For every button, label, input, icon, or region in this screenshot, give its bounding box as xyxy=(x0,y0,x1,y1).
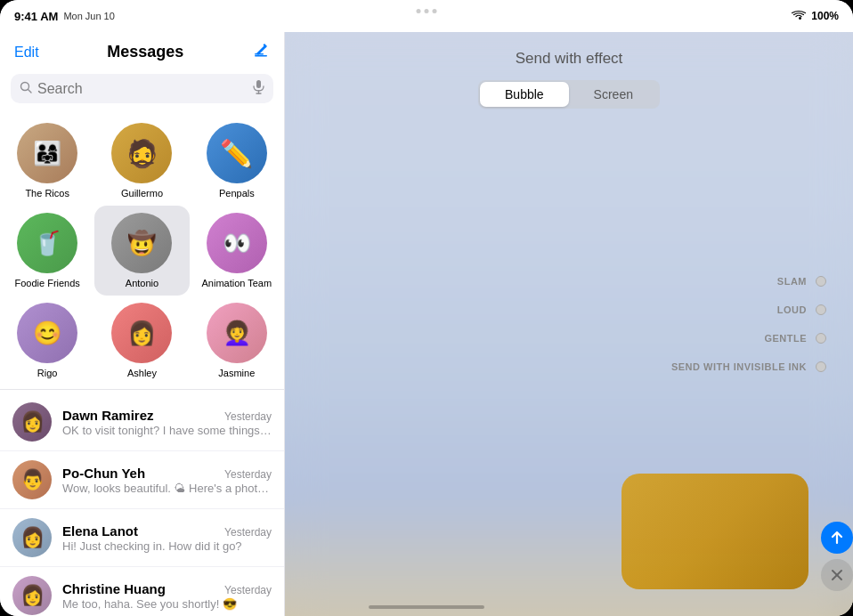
message-item-dawn[interactable]: 👩 Dawn Ramirez Yesterday OK to visit ton… xyxy=(0,393,284,451)
dot-2 xyxy=(425,9,429,13)
edit-button[interactable]: Edit xyxy=(14,45,39,61)
pinned-label-foodie: Foodie Friends xyxy=(14,278,79,288)
effect-name-invisible: SEND WITH INVISIBLE INK xyxy=(671,361,807,372)
sidebar: Edit Messages xyxy=(0,32,285,616)
search-input[interactable] xyxy=(37,81,248,97)
pinned-contacts-grid: 👨‍👩‍👧 The Ricos 🧔 Guillermo ✏️ Penpals xyxy=(0,112,284,385)
msg-name-pochun: Po-Chun Yeh xyxy=(62,466,145,481)
avatar-animation: 👀 xyxy=(207,213,267,273)
svg-line-3 xyxy=(28,90,32,93)
pinned-label-ricos: The Ricos xyxy=(25,188,69,199)
msg-top-pochun: Po-Chun Yeh Yesterday xyxy=(62,466,272,481)
avatar-penpals: ✏️ xyxy=(207,123,267,183)
message-bubble-preview xyxy=(621,474,808,589)
pinned-label-guillermo: Guillermo xyxy=(121,188,163,199)
pinned-item-antonio[interactable]: 🤠 Antonio xyxy=(94,206,189,296)
svg-rect-4 xyxy=(256,80,261,88)
main-layout: Edit Messages xyxy=(0,32,853,616)
divider-1 xyxy=(0,389,284,390)
pinned-item-animation[interactable]: 👀 Animation Team xyxy=(190,206,284,296)
avatar-foodie: 🥤 xyxy=(17,213,77,273)
svg-rect-1 xyxy=(255,55,267,57)
search-icon xyxy=(20,81,32,96)
sidebar-header: Edit Messages xyxy=(0,32,284,69)
avatar-elena: 👩 xyxy=(12,518,52,557)
device-frame: 9:41 AM Mon Jun 10 100% E xyxy=(0,0,853,616)
pinned-item-guillermo[interactable]: 🧔 Guillermo xyxy=(94,116,189,206)
wifi-icon xyxy=(792,9,806,23)
msg-content-christine: Christine Huang Yesterday Me too, haha. … xyxy=(62,581,272,611)
top-dots xyxy=(417,9,437,13)
msg-time-elena: Yesterday xyxy=(224,526,272,539)
pinned-label-jasmine: Jasmine xyxy=(218,368,255,378)
pinned-item-foodie[interactable]: 🥤 Foodie Friends xyxy=(0,206,94,296)
preview-area xyxy=(621,474,853,616)
avatar-antonio: 🤠 xyxy=(111,213,172,273)
effect-dot-invisible xyxy=(816,361,826,372)
message-item-christine[interactable]: 👩 Christine Huang Yesterday Me too, haha… xyxy=(0,567,284,616)
avatar-ashley: 👩 xyxy=(111,303,172,363)
avatar-ricos: 👨‍👩‍👧 xyxy=(17,123,77,183)
mic-icon xyxy=(253,80,264,97)
pinned-label-antonio: Antonio xyxy=(126,278,158,288)
effect-dot-slam xyxy=(816,276,826,287)
send-with-effect-title: Send with effect xyxy=(516,50,623,68)
avatar-jasmine: 👩‍🦱 xyxy=(207,303,267,363)
pinned-label-ashley: Ashley xyxy=(127,368,157,378)
pinned-item-jasmine[interactable]: 👩‍🦱 Jasmine xyxy=(190,296,284,385)
msg-name-dawn: Dawn Ramirez xyxy=(62,408,154,423)
pinned-item-penpals[interactable]: ✏️ Penpals xyxy=(190,116,284,206)
msg-preview-christine: Me too, haha. See you shortly! 😎 xyxy=(62,597,272,611)
tab-bubble[interactable]: Bubble xyxy=(480,82,569,107)
right-panel: Send with effect Bubble Screen SLAM LOUD… xyxy=(285,32,853,616)
effect-name-loud: LOUD xyxy=(777,304,807,315)
msg-time-christine: Yesterday xyxy=(224,584,272,596)
msg-preview-elena: Hi! Just checking in. How did it go? xyxy=(62,539,272,553)
send-button[interactable] xyxy=(821,522,853,554)
msg-time-dawn: Yesterday xyxy=(224,410,272,423)
msg-top-dawn: Dawn Ramirez Yesterday xyxy=(62,408,272,423)
status-bar: 9:41 AM Mon Jun 10 100% xyxy=(0,0,853,32)
msg-name-elena: Elena Lanot xyxy=(62,523,138,539)
effect-item-invisible[interactable]: SEND WITH INVISIBLE INK xyxy=(671,361,826,372)
effects-list: SLAM LOUD GENTLE SEND WITH INVISIBLE INK xyxy=(671,276,826,372)
avatar-rigo: 😊 xyxy=(17,303,77,363)
tab-screen[interactable]: Screen xyxy=(569,82,658,107)
msg-preview-pochun: Wow, looks beautiful. 🌤 Here's a photo o… xyxy=(62,482,272,495)
avatar-guillermo: 🧔 xyxy=(111,123,172,183)
effect-name-gentle: GENTLE xyxy=(764,333,807,344)
avatar-pochun: 👨 xyxy=(12,460,52,499)
pinned-label-rigo: Rigo xyxy=(37,368,58,378)
message-item-pochun[interactable]: 👨 Po-Chun Yeh Yesterday Wow, looks beaut… xyxy=(0,451,284,509)
effect-item-gentle[interactable]: GENTLE xyxy=(764,333,826,344)
pinned-item-rigo[interactable]: 😊 Rigo xyxy=(0,296,94,385)
msg-content-dawn: Dawn Ramirez Yesterday OK to visit tonig… xyxy=(62,408,272,437)
search-bar[interactable] xyxy=(11,74,273,103)
pinned-item-ricos[interactable]: 👨‍👩‍👧 The Ricos xyxy=(0,116,94,206)
effect-item-loud[interactable]: LOUD xyxy=(777,304,826,315)
close-button[interactable] xyxy=(821,559,853,591)
effect-header: Send with effect Bubble Screen xyxy=(285,50,853,109)
avatar-dawn: 👩 xyxy=(12,402,52,442)
pinned-label-penpals: Penpals xyxy=(219,188,255,199)
msg-top-elena: Elena Lanot Yesterday xyxy=(62,523,272,539)
effect-name-slam: SLAM xyxy=(777,276,807,287)
pinned-item-ashley[interactable]: 👩 Ashley xyxy=(94,296,189,385)
pinned-label-animation: Animation Team xyxy=(201,278,272,288)
msg-top-christine: Christine Huang Yesterday xyxy=(62,581,272,596)
message-item-elena[interactable]: 👩 Elena Lanot Yesterday Hi! Just checkin… xyxy=(0,509,284,567)
message-list: 👩 Dawn Ramirez Yesterday OK to visit ton… xyxy=(0,393,284,616)
status-date: Mon Jun 10 xyxy=(63,11,114,21)
status-left: 9:41 AM Mon Jun 10 xyxy=(14,10,115,23)
msg-content-elena: Elena Lanot Yesterday Hi! Just checking … xyxy=(62,523,272,553)
compose-button[interactable] xyxy=(252,41,270,63)
dot-3 xyxy=(433,9,437,13)
battery-indicator: 100% xyxy=(811,10,839,22)
msg-name-christine: Christine Huang xyxy=(62,581,166,596)
effect-dot-loud xyxy=(816,304,826,315)
msg-time-pochun: Yesterday xyxy=(224,468,272,481)
segment-control: Bubble Screen xyxy=(478,80,660,109)
dot-1 xyxy=(417,9,421,13)
sidebar-title: Messages xyxy=(107,43,183,61)
effect-item-slam[interactable]: SLAM xyxy=(777,276,826,287)
